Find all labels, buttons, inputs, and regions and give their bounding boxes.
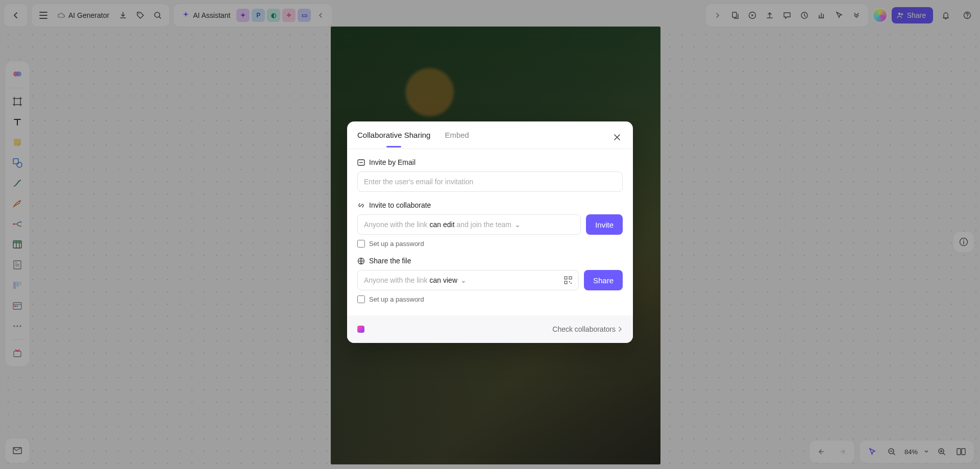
share-modal: Collaborative Sharing Embed Invite by Em… [347,121,633,343]
check-collaborators-label: Check collaborators [552,325,616,333]
chevron-down-icon: ⌄ [460,276,467,284]
link-icon [357,202,365,209]
tab-collaborative-sharing[interactable]: Collaborative Sharing [357,123,430,147]
brand-icon [357,326,364,333]
svg-rect-35 [565,277,567,279]
svg-rect-36 [569,277,572,279]
svg-rect-39 [571,283,572,284]
modal-header: Collaborative Sharing Embed [347,121,633,149]
qr-code-button[interactable] [564,276,572,284]
invite-email-title: Invite by Email [369,158,415,166]
section-share-file: Share the file Anyone with the link can … [357,257,623,303]
share-password-label: Set up a password [369,295,424,303]
share-password-toggle[interactable]: Set up a password [357,295,623,303]
svg-rect-38 [569,281,570,282]
tab-embed[interactable]: Embed [445,123,469,147]
globe-icon [357,257,365,265]
invite-email-input[interactable] [357,171,623,192]
email-icon [357,159,365,166]
invite-password-checkbox[interactable] [357,240,365,248]
share-file-button[interactable]: Share [584,270,623,290]
modal-close-button[interactable] [608,129,626,146]
invite-link-permission: can edit [430,220,455,229]
svg-rect-37 [565,281,567,284]
share-file-title: Share the file [369,257,411,265]
check-collaborators-link[interactable]: Check collaborators [552,325,623,333]
modal-footer: Check collaborators [347,315,633,343]
invite-link-suffix: and join the team [457,220,511,229]
share-link-permission: can view [430,276,457,284]
invite-button[interactable]: Invite [586,214,623,235]
invite-link-prefix: Anyone with the link [364,220,428,229]
invite-collaborate-title: Invite to collaborate [369,201,431,209]
invite-link-permission-selector[interactable]: Anyone with the link can edit and join t… [357,214,581,235]
close-icon [614,134,621,141]
share-password-checkbox[interactable] [357,295,365,303]
invite-password-label: Set up a password [369,240,424,248]
section-invite-email: Invite by Email [357,158,623,192]
chevron-right-icon [618,327,623,332]
share-link-prefix: Anyone with the link [364,276,428,284]
section-invite-collaborate: Invite to collaborate Anyone with the li… [357,201,623,248]
share-link-permission-selector[interactable]: Anyone with the link can view ⌄ [357,270,579,290]
invite-password-toggle[interactable]: Set up a password [357,240,623,248]
chevron-down-icon: ⌄ [514,220,521,229]
